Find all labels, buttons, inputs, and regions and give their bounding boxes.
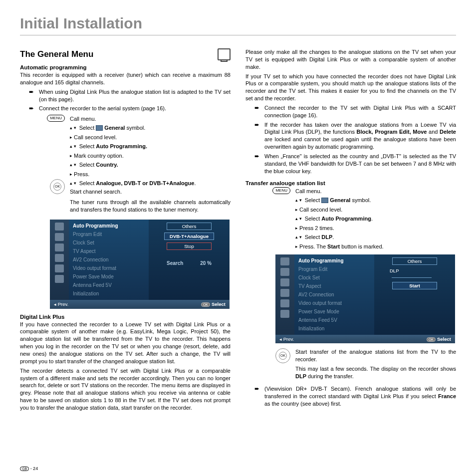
step-text: Select xyxy=(305,197,320,203)
step-text: Mark country option. xyxy=(74,153,124,159)
pointer-icon: ➨ xyxy=(29,105,36,113)
pointer-icon: ➨ xyxy=(254,104,261,112)
auto-prog-heading: Automatic programming xyxy=(20,64,231,70)
osd-side-icon xyxy=(280,278,289,286)
transfer-heading: Transfer analouge station list xyxy=(245,180,456,186)
step-bold: Auto Programming xyxy=(321,216,371,222)
osd-item-auto: Auto Programming xyxy=(73,222,145,230)
step-bold: Auto Programming. xyxy=(96,143,147,149)
step-text: Press 2 times. xyxy=(299,225,334,231)
step-text: Call menu. xyxy=(70,115,231,123)
page-footer: GB - 24 xyxy=(20,466,38,471)
right-icon: ▸ xyxy=(70,172,72,177)
osd-item: Power Save Mode xyxy=(73,272,145,281)
general-icon xyxy=(96,125,103,131)
gb-badge: GB xyxy=(20,467,29,471)
osd-side-icon xyxy=(280,310,289,318)
osd-side-icon xyxy=(280,257,289,265)
osd-item: Program Edit xyxy=(73,230,145,238)
dlp-para-1: If you have connected the recorder to a … xyxy=(20,321,231,365)
step-text: Select xyxy=(79,125,95,131)
osd-prev: ◂ Prev. xyxy=(54,301,68,307)
tv-icon xyxy=(218,48,231,60)
step-text: Select xyxy=(79,162,95,168)
step-bold: Analogue, DVB-T or DVB-T+Analogue xyxy=(96,180,194,186)
up-down-icon: ▴ ▾ xyxy=(295,216,302,221)
osd-item: Clock Set xyxy=(298,273,370,282)
osd-start-button: Start xyxy=(392,282,437,289)
osd-sidebar xyxy=(275,254,294,335)
right-column: Please only make all the changes to the … xyxy=(245,48,456,414)
osd-right-panel: Others DLP Start xyxy=(374,254,455,335)
up-down-icon: ▴ ▾ xyxy=(295,235,302,239)
osd-side-icon xyxy=(280,299,289,307)
osd-menu-list: Auto Programming Program Edit Clock Set … xyxy=(294,254,374,335)
left-column: The General Menu Automatic programming T… xyxy=(20,48,231,414)
step-text: Select xyxy=(305,216,320,222)
dlp-heading: Digital Link Plus xyxy=(20,314,231,320)
bullet-text: When „France" is selected as the country… xyxy=(264,153,456,175)
after-para-2: This may last a few seconds. The display… xyxy=(295,365,456,380)
osd-dlp-field: DLP xyxy=(385,267,445,279)
menu-button-icon: MENU xyxy=(47,115,65,122)
section-heading: The General Menu xyxy=(20,48,231,60)
step-bold: DLP xyxy=(321,234,332,240)
general-label: General xyxy=(104,125,125,131)
osd-side-icon xyxy=(55,264,64,272)
osd-side-icon xyxy=(55,233,64,241)
osd-screenshot-2: Auto Programming Program Edit Clock Set … xyxy=(275,254,455,343)
step-bold: Country. xyxy=(96,162,118,168)
step-text: Start channel search. xyxy=(70,189,122,195)
osd-side-icon xyxy=(55,254,64,262)
osd-item: Initialization xyxy=(298,324,370,333)
osd-footer: ◂ Prev. OKSelect xyxy=(50,300,230,308)
osd-item: AV2 Connection xyxy=(73,255,145,264)
general-icon xyxy=(321,198,328,203)
osd-search-pct: 20 % xyxy=(200,260,212,266)
osd-item: Video output format xyxy=(298,299,370,307)
right-icon: ▸ xyxy=(295,226,298,231)
step-note: The tuner runs through all the available… xyxy=(70,199,231,214)
right-para-2: If your TV set to which you have connect… xyxy=(245,73,456,102)
bullet-text: Connect the recorder to the TV set with … xyxy=(264,104,456,119)
page-number: - 24 xyxy=(29,466,38,471)
osd-item: Video output format xyxy=(73,264,145,272)
bullet-text: (Viewvision DR+ DVB-T Secam). French ana… xyxy=(264,385,456,408)
step-text: Select xyxy=(305,234,320,240)
step-bold: Start xyxy=(327,243,340,249)
osd-item: Clock Set xyxy=(73,238,145,247)
osd-select: OKSelect xyxy=(427,336,451,342)
step-text: button is marked. xyxy=(340,243,383,249)
right-icon: ▸ xyxy=(70,153,72,158)
bullet-text: If the recorder has taken over the analo… xyxy=(264,121,456,151)
intro-text: This recorder is equipped with a receive… xyxy=(20,71,231,86)
osd-item: Program Edit xyxy=(298,265,370,273)
osd-item: Initialization xyxy=(73,289,145,298)
step-text: Select xyxy=(79,180,95,186)
osd-side-icon xyxy=(280,268,289,276)
heading-text: The General Menu xyxy=(20,49,93,59)
osd-item: AV2 Connection xyxy=(298,290,370,299)
bullet-text: Connect the recorder to the aerial syste… xyxy=(39,105,231,112)
step-text: Press. xyxy=(74,171,89,177)
up-down-icon: ▴ ▾ xyxy=(70,181,76,186)
osd-item: TV Aspect xyxy=(73,247,145,255)
osd-sidebar xyxy=(50,220,69,300)
ok-button-icon xyxy=(50,179,65,194)
ok-button-icon xyxy=(275,348,290,363)
osd-item: Antenna Feed 5V xyxy=(298,316,370,324)
step-text: Press. The xyxy=(299,243,327,249)
up-down-icon: ▴ ▾ xyxy=(70,144,76,149)
osd-side-icon xyxy=(55,275,64,283)
up-down-icon: ▴ ▾ xyxy=(70,126,76,131)
menu-button-icon: MENU xyxy=(272,187,290,194)
step-text: symbol. xyxy=(126,125,145,131)
step-text: Call second level. xyxy=(299,207,342,213)
up-down-icon: ▴ ▾ xyxy=(295,198,302,203)
step-text: symbol. xyxy=(352,197,371,203)
pointer-icon: ➨ xyxy=(29,88,36,96)
pointer-icon: ➨ xyxy=(254,121,261,129)
pointer-icon: ➨ xyxy=(254,153,261,161)
osd-dvbt-button: DVB-T+Analogue xyxy=(164,233,214,240)
right-icon: ▸ xyxy=(70,135,72,140)
